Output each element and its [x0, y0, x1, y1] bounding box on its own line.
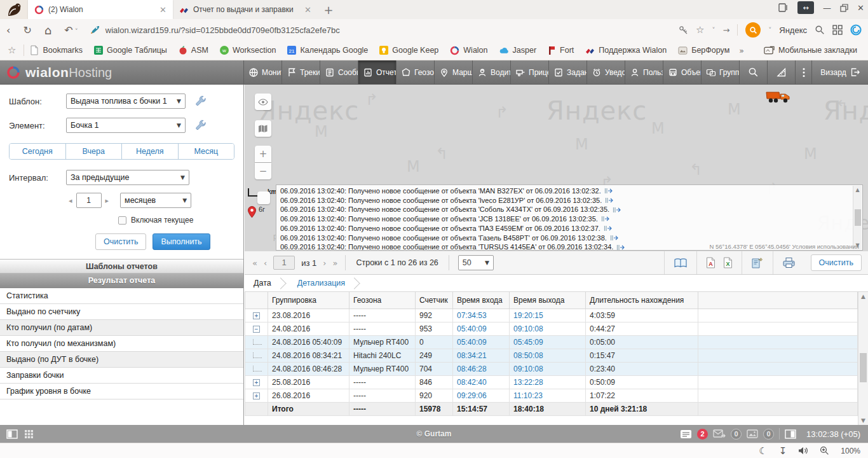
bookmark-item[interactable]: БерФорум: [672, 46, 735, 55]
truck-unit-icon[interactable]: [765, 87, 792, 105]
templates-section-header[interactable]: Шаблоны отчетов: [0, 259, 243, 274]
tab-close-icon[interactable]: ✕: [159, 5, 166, 15]
tab-close-icon[interactable]: ✕: [304, 5, 311, 15]
bookmark-item[interactable]: Google Keep: [374, 46, 444, 55]
col-group[interactable]: Группировка: [268, 292, 349, 309]
goto-message-icon[interactable]: [605, 197, 614, 204]
period-button[interactable]: Вчера: [66, 144, 123, 159]
excel-icon[interactable]: X: [723, 257, 733, 268]
cell-time-in[interactable]: 08:42:40: [453, 375, 510, 389]
bookmarks-overflow-button[interactable]: »: [735, 46, 748, 55]
expand-toggle[interactable]: [253, 326, 260, 333]
nav-tab[interactable]: Монито: [244, 60, 282, 84]
search-engine-chevron-icon[interactable]: ˅: [768, 27, 771, 34]
interval-select[interactable]: За предыдущие▼: [66, 170, 189, 185]
close-button[interactable]: ✕: [857, 3, 864, 13]
cell-time-in[interactable]: 05:40:09: [453, 335, 510, 349]
last-page-button[interactable]: »: [332, 258, 337, 268]
uc-menu-icon[interactable]: [850, 24, 862, 36]
period-button[interactable]: Неделя: [122, 144, 179, 159]
reload-button[interactable]: ↻: [17, 24, 37, 36]
cell-time-in[interactable]: 05:40:09: [453, 322, 510, 335]
more-menu-button[interactable]: [796, 60, 812, 84]
table-scrollbar[interactable]: ▲▼: [858, 292, 868, 425]
bookmark-item[interactable]: Jasper: [494, 46, 543, 55]
bookmark-item[interactable]: Wialon: [444, 46, 493, 55]
nav-tab[interactable]: Треки: [282, 60, 320, 84]
interval-count-input[interactable]: 1: [76, 193, 102, 208]
toggle-right-panel-icon[interactable]: [785, 429, 796, 439]
col-time-out[interactable]: Время выхода: [510, 292, 586, 309]
cell-time-out[interactable]: 08:50:08: [510, 349, 586, 362]
period-button[interactable]: Сегодня: [10, 144, 66, 159]
search-tool-button[interactable]: [740, 60, 768, 84]
messages-icon[interactable]: [680, 429, 692, 439]
col-geofence[interactable]: Геозона: [349, 292, 416, 309]
table-row[interactable]: 24.08.2016 05:40:09 Мульчер RT400 0 05:4…: [245, 335, 858, 349]
goto-message-icon[interactable]: [601, 216, 610, 222]
ruler-tool-button[interactable]: [768, 60, 796, 84]
nav-tab[interactable]: Уведом: [587, 60, 625, 84]
expand-toggle[interactable]: [253, 312, 260, 319]
cell-time-out[interactable]: 09:10:08: [510, 322, 586, 335]
cell-time-out[interactable]: 09:10:08: [510, 362, 586, 375]
cell-time-out[interactable]: 05:45:09: [510, 335, 586, 349]
map-layers-button[interactable]: [255, 120, 271, 137]
col-counter[interactable]: Счетчик: [416, 292, 453, 309]
new-tab-button[interactable]: +: [318, 0, 339, 19]
log-scrollbar[interactable]: ▲▼: [853, 186, 862, 249]
bookmark-item[interactable]: Поддержка Wialon: [580, 46, 672, 55]
col-time-in[interactable]: Время входа: [453, 292, 510, 309]
export-pdf-button[interactable]: A X: [696, 251, 742, 274]
cell-time-in[interactable]: 07:34:53: [453, 309, 510, 322]
report-section-item[interactable]: Кто получил (по датам): [0, 320, 243, 336]
favorite-star-icon[interactable]: ☆: [696, 24, 704, 36]
nav-tab[interactable]: Маршру: [435, 60, 473, 84]
expand-toggle[interactable]: [253, 392, 260, 399]
nav-tab[interactable]: Сообще: [320, 60, 358, 84]
nav-tab[interactable]: Геозон: [397, 60, 435, 84]
chevron-down-icon[interactable]: ˅: [712, 27, 715, 34]
decrement-icon[interactable]: ◂: [69, 197, 72, 205]
expand-toggle[interactable]: [253, 339, 262, 345]
cell-time-out[interactable]: 13:22:28: [510, 375, 586, 389]
export-report-button[interactable]: [742, 251, 773, 274]
find-icon[interactable]: [815, 25, 825, 35]
report-section-item[interactable]: График уровня в бочке: [0, 384, 243, 399]
prev-page-button[interactable]: ‹: [264, 258, 267, 268]
logout-button[interactable]: Визард: [812, 60, 868, 84]
cell-time-in[interactable]: 08:34:21: [453, 349, 510, 362]
mobile-bookmarks-button[interactable]: Мобильные закладки: [758, 46, 863, 55]
page-input[interactable]: 1: [273, 256, 295, 270]
goto-message-icon[interactable]: [616, 244, 625, 251]
bookmark-item[interactable]: Google Таблицы: [88, 46, 173, 55]
report-section-item[interactable]: Заправки бочки: [0, 368, 243, 384]
browser-tab[interactable]: (2) Wialon ✕: [28, 0, 173, 19]
nav-tab[interactable]: Отчеты: [358, 60, 397, 84]
bookmark-item[interactable]: w Worksection: [214, 46, 282, 55]
expand-toggle[interactable]: [253, 352, 262, 358]
include-current-checkbox[interactable]: [118, 216, 126, 225]
map[interactable]: М↱↰ММ↱М↰М↱М↰М↱ Яндекс Яндекс Яндекс Янде…: [245, 85, 868, 251]
nav-tab[interactable]: Задани: [549, 60, 587, 84]
increment-icon[interactable]: ▸: [105, 197, 109, 205]
table-row[interactable]: 24.08.2016 ----- 953 05:40:09 09:10:08 0…: [245, 322, 858, 335]
template-select[interactable]: Выдача топлива с бочки 1▼: [66, 94, 186, 109]
visibility-eye-button[interactable]: [255, 94, 271, 110]
bookmark-item[interactable]: 21 Календарь Google: [281, 46, 374, 55]
table-row[interactable]: 24.08.2016 08:46:28 Мульчер RT400 704 08…: [245, 362, 858, 375]
reading-mode-icon[interactable]: [778, 3, 789, 12]
bookmark-item[interactable]: Bookmarks: [24, 45, 88, 55]
page-zoom-icon[interactable]: [820, 446, 829, 455]
report-section-item[interactable]: Кто получил (по механизмам): [0, 336, 243, 352]
media-icon[interactable]: [747, 429, 758, 438]
configure-template-icon[interactable]: [194, 95, 207, 108]
nav-tab[interactable]: Объект: [663, 60, 702, 84]
cell-time-in[interactable]: 09:29:06: [453, 389, 510, 402]
goto-message-icon[interactable]: [604, 188, 613, 194]
cell-time-in[interactable]: 15:14:57: [453, 402, 510, 415]
tab-detail[interactable]: Детализация: [288, 279, 349, 288]
night-mode-icon[interactable]: ☾: [759, 445, 767, 457]
downloads-icon[interactable]: ↧: [779, 445, 787, 457]
nav-tab[interactable]: Пользо: [625, 60, 663, 84]
